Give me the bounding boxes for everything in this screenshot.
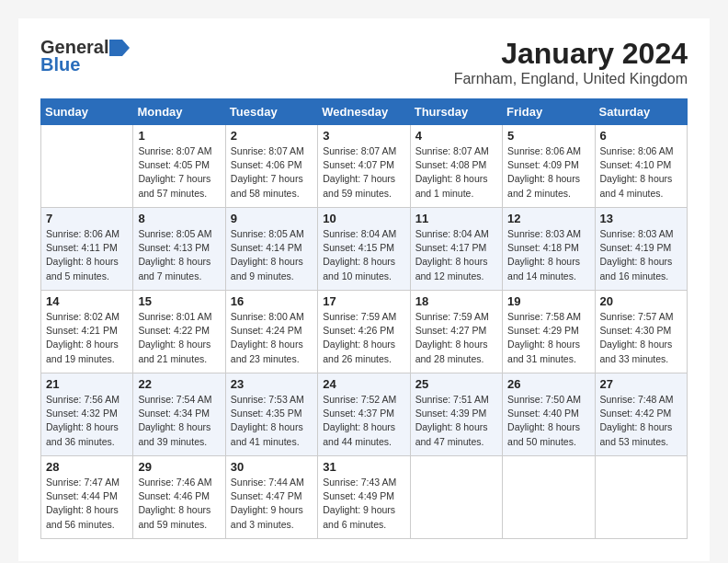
- day-info: Sunrise: 8:05 AM Sunset: 4:14 PM Dayligh…: [231, 227, 313, 283]
- calendar-header-row: SundayMondayTuesdayWednesdayThursdayFrid…: [41, 99, 688, 125]
- day-info: Sunrise: 7:59 AM Sunset: 4:26 PM Dayligh…: [323, 310, 404, 366]
- day-number: 21: [46, 377, 128, 391]
- logo-blue-text: Blue: [40, 54, 80, 75]
- calendar-cell: 15Sunrise: 8:01 AM Sunset: 4:22 PM Dayli…: [133, 291, 225, 373]
- day-info: Sunrise: 7:53 AM Sunset: 4:35 PM Dayligh…: [231, 393, 313, 449]
- calendar-cell: [503, 456, 595, 539]
- day-number: 13: [600, 212, 682, 225]
- day-info: Sunrise: 7:57 AM Sunset: 4:30 PM Dayligh…: [600, 310, 682, 366]
- calendar-cell: 29Sunrise: 7:46 AM Sunset: 4:46 PM Dayli…: [133, 456, 225, 539]
- day-number: 3: [323, 129, 404, 143]
- day-number: 28: [46, 460, 128, 474]
- day-number: 6: [600, 129, 682, 143]
- calendar-week-row: 21Sunrise: 7:56 AM Sunset: 4:32 PM Dayli…: [41, 373, 688, 456]
- calendar-cell: 30Sunrise: 7:44 AM Sunset: 4:47 PM Dayli…: [225, 456, 317, 539]
- calendar-week-row: 14Sunrise: 8:02 AM Sunset: 4:21 PM Dayli…: [41, 291, 688, 373]
- day-info: Sunrise: 8:04 AM Sunset: 4:17 PM Dayligh…: [415, 227, 497, 283]
- day-info: Sunrise: 8:06 AM Sunset: 4:09 PM Dayligh…: [507, 144, 589, 201]
- day-number: 2: [231, 129, 313, 143]
- day-info: Sunrise: 7:47 AM Sunset: 4:44 PM Dayligh…: [46, 476, 128, 532]
- logo: General Blue: [40, 37, 131, 75]
- day-info: Sunrise: 7:46 AM Sunset: 4:46 PM Dayligh…: [138, 476, 220, 532]
- day-info: Sunrise: 8:06 AM Sunset: 4:11 PM Dayligh…: [46, 227, 128, 283]
- calendar-week-row: 28Sunrise: 7:47 AM Sunset: 4:44 PM Dayli…: [41, 456, 688, 539]
- day-number: 9: [231, 212, 313, 225]
- calendar-cell: 3Sunrise: 8:07 AM Sunset: 4:07 PM Daylig…: [318, 125, 410, 208]
- day-info: Sunrise: 7:54 AM Sunset: 4:34 PM Dayligh…: [138, 393, 220, 449]
- day-info: Sunrise: 8:05 AM Sunset: 4:13 PM Dayligh…: [138, 227, 220, 283]
- calendar-cell: 31Sunrise: 7:43 AM Sunset: 4:49 PM Dayli…: [318, 456, 410, 539]
- calendar-cell: 11Sunrise: 8:04 AM Sunset: 4:17 PM Dayli…: [410, 208, 502, 291]
- day-number: 14: [46, 294, 128, 308]
- day-info: Sunrise: 7:51 AM Sunset: 4:39 PM Dayligh…: [415, 393, 497, 449]
- calendar-header-cell: Sunday: [41, 99, 133, 125]
- day-number: 19: [507, 294, 589, 308]
- calendar-cell: 5Sunrise: 8:06 AM Sunset: 4:09 PM Daylig…: [503, 125, 595, 208]
- day-number: 23: [231, 377, 313, 391]
- day-info: Sunrise: 7:58 AM Sunset: 4:29 PM Dayligh…: [507, 310, 589, 366]
- day-info: Sunrise: 8:04 AM Sunset: 4:15 PM Dayligh…: [323, 227, 404, 283]
- calendar-cell: 4Sunrise: 8:07 AM Sunset: 4:08 PM Daylig…: [410, 125, 502, 208]
- day-info: Sunrise: 8:02 AM Sunset: 4:21 PM Dayligh…: [46, 310, 128, 366]
- day-number: 5: [507, 129, 589, 143]
- calendar-cell: 23Sunrise: 7:53 AM Sunset: 4:35 PM Dayli…: [225, 373, 317, 456]
- calendar-cell: 25Sunrise: 7:51 AM Sunset: 4:39 PM Dayli…: [410, 373, 502, 456]
- calendar-cell: 13Sunrise: 8:03 AM Sunset: 4:19 PM Dayli…: [595, 208, 687, 291]
- day-number: 18: [415, 294, 497, 308]
- calendar-cell: 10Sunrise: 8:04 AM Sunset: 4:15 PM Dayli…: [318, 208, 410, 291]
- calendar-cell: 17Sunrise: 7:59 AM Sunset: 4:26 PM Dayli…: [318, 291, 410, 373]
- day-info: Sunrise: 8:06 AM Sunset: 4:10 PM Dayligh…: [600, 144, 682, 201]
- page: General Blue January 2024 Farnham, Engla…: [18, 18, 710, 561]
- calendar-cell: 27Sunrise: 7:48 AM Sunset: 4:42 PM Dayli…: [595, 373, 687, 456]
- day-number: 20: [600, 294, 682, 308]
- svg-marker-0: [109, 40, 130, 56]
- calendar-header-cell: Wednesday: [318, 99, 410, 125]
- day-number: 10: [323, 212, 404, 225]
- day-info: Sunrise: 8:07 AM Sunset: 4:06 PM Dayligh…: [231, 144, 313, 201]
- logo-icon: [109, 40, 130, 56]
- day-number: 31: [323, 460, 404, 474]
- day-info: Sunrise: 7:50 AM Sunset: 4:40 PM Dayligh…: [507, 393, 589, 449]
- calendar-cell: 28Sunrise: 7:47 AM Sunset: 4:44 PM Dayli…: [41, 456, 133, 539]
- calendar-cell: 2Sunrise: 8:07 AM Sunset: 4:06 PM Daylig…: [225, 125, 317, 208]
- day-number: 7: [46, 212, 128, 225]
- day-number: 12: [507, 212, 589, 225]
- calendar-cell: 16Sunrise: 8:00 AM Sunset: 4:24 PM Dayli…: [225, 291, 317, 373]
- day-number: 22: [138, 377, 220, 391]
- day-info: Sunrise: 7:44 AM Sunset: 4:47 PM Dayligh…: [231, 476, 313, 532]
- day-info: Sunrise: 8:07 AM Sunset: 4:05 PM Dayligh…: [138, 144, 220, 201]
- calendar-cell: 19Sunrise: 7:58 AM Sunset: 4:29 PM Dayli…: [503, 291, 595, 373]
- day-number: 16: [231, 294, 313, 308]
- calendar-week-row: 7Sunrise: 8:06 AM Sunset: 4:11 PM Daylig…: [41, 208, 688, 291]
- day-number: 24: [323, 377, 404, 391]
- day-number: 15: [138, 294, 220, 308]
- day-number: 27: [600, 377, 682, 391]
- day-number: 11: [415, 212, 497, 225]
- calendar-cell: 26Sunrise: 7:50 AM Sunset: 4:40 PM Dayli…: [503, 373, 595, 456]
- title-block: January 2024 Farnham, England, United Ki…: [454, 37, 688, 87]
- calendar-cell: [595, 456, 687, 539]
- calendar-header-cell: Monday: [133, 99, 225, 125]
- calendar-cell: [41, 125, 133, 208]
- day-number: 29: [138, 460, 220, 474]
- calendar-cell: 1Sunrise: 8:07 AM Sunset: 4:05 PM Daylig…: [133, 125, 225, 208]
- calendar-cell: 20Sunrise: 7:57 AM Sunset: 4:30 PM Dayli…: [595, 291, 687, 373]
- page-subtitle: Farnham, England, United Kingdom: [454, 71, 688, 87]
- calendar-cell: 14Sunrise: 8:02 AM Sunset: 4:21 PM Dayli…: [41, 291, 133, 373]
- calendar-cell: 7Sunrise: 8:06 AM Sunset: 4:11 PM Daylig…: [41, 208, 133, 291]
- calendar-cell: 24Sunrise: 7:52 AM Sunset: 4:37 PM Dayli…: [318, 373, 410, 456]
- day-info: Sunrise: 7:48 AM Sunset: 4:42 PM Dayligh…: [600, 393, 682, 449]
- day-info: Sunrise: 7:59 AM Sunset: 4:27 PM Dayligh…: [415, 310, 497, 366]
- day-info: Sunrise: 8:07 AM Sunset: 4:08 PM Dayligh…: [415, 144, 497, 201]
- calendar-week-row: 1Sunrise: 8:07 AM Sunset: 4:05 PM Daylig…: [41, 125, 688, 208]
- day-info: Sunrise: 7:52 AM Sunset: 4:37 PM Dayligh…: [323, 393, 404, 449]
- calendar-header-cell: Thursday: [410, 99, 502, 125]
- calendar-cell: 22Sunrise: 7:54 AM Sunset: 4:34 PM Dayli…: [133, 373, 225, 456]
- calendar-table: SundayMondayTuesdayWednesdayThursdayFrid…: [40, 98, 688, 539]
- day-info: Sunrise: 8:00 AM Sunset: 4:24 PM Dayligh…: [231, 310, 313, 366]
- calendar-cell: 9Sunrise: 8:05 AM Sunset: 4:14 PM Daylig…: [225, 208, 317, 291]
- calendar-cell: 6Sunrise: 8:06 AM Sunset: 4:10 PM Daylig…: [595, 125, 687, 208]
- day-number: 8: [138, 212, 220, 225]
- calendar-cell: 12Sunrise: 8:03 AM Sunset: 4:18 PM Dayli…: [503, 208, 595, 291]
- header: General Blue January 2024 Farnham, Engla…: [40, 37, 688, 87]
